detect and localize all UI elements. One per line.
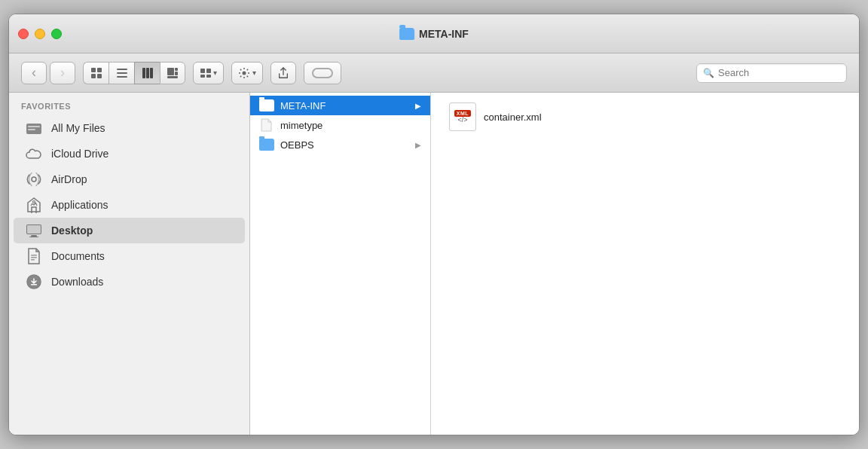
svg-rect-2 xyxy=(91,74,96,78)
column-item-container-xml[interactable]: XML </> container.xml xyxy=(443,99,847,135)
svg-point-23 xyxy=(33,201,35,203)
content-area: META-INF ▶ mimetype xyxy=(250,93,859,435)
search-icon: 🔍 xyxy=(703,68,714,78)
oebps-folder-icon xyxy=(259,139,274,151)
sidebar: Favorites All My Files xyxy=(9,93,250,435)
main-content: Favorites All My Files xyxy=(9,93,859,435)
search-input[interactable] xyxy=(718,67,840,78)
close-button[interactable] xyxy=(18,29,29,39)
column-item-meta-inf[interactable]: META-INF ▶ xyxy=(250,96,430,115)
xml-file-icon: XML </> xyxy=(449,102,476,131)
gear-icon xyxy=(238,67,250,79)
svg-rect-28 xyxy=(31,255,37,256)
list-view-button[interactable] xyxy=(108,62,134,84)
meta-inf-folder-icon xyxy=(259,99,274,111)
sidebar-item-icloud-drive[interactable]: iCloud Drive xyxy=(14,141,245,166)
sidebar-item-all-my-files[interactable]: All My Files xyxy=(14,115,245,141)
tag-button[interactable] xyxy=(304,62,341,84)
svg-rect-16 xyxy=(200,75,205,78)
first-column: META-INF ▶ mimetype xyxy=(250,93,431,435)
icloud-drive-icon xyxy=(26,145,42,162)
svg-rect-21 xyxy=(28,129,35,130)
minimize-button[interactable] xyxy=(35,29,45,39)
second-column: XML </> container.xml xyxy=(431,93,859,435)
svg-rect-6 xyxy=(117,76,127,78)
column-item-mimetype[interactable]: mimetype xyxy=(250,115,430,135)
svg-rect-0 xyxy=(91,68,96,72)
chevron-down-icon: ▾ xyxy=(213,69,217,77)
sidebar-item-documents[interactable]: Documents xyxy=(14,243,245,269)
sidebar-item-label: Documents xyxy=(51,250,105,262)
maximize-button[interactable] xyxy=(51,29,62,39)
sidebar-item-desktop[interactable]: Desktop xyxy=(14,218,245,243)
svg-rect-25 xyxy=(27,225,41,234)
sidebar-item-applications[interactable]: Applications xyxy=(14,192,245,218)
title-text: META-INF xyxy=(419,28,469,40)
svg-rect-14 xyxy=(200,69,205,73)
share-button[interactable] xyxy=(270,62,296,84)
oebps-label: OEBPS xyxy=(280,139,409,151)
airdrop-icon xyxy=(26,171,42,188)
gallery-view-button[interactable] xyxy=(160,62,185,84)
svg-rect-4 xyxy=(117,69,127,70)
svg-rect-8 xyxy=(146,68,149,78)
svg-rect-12 xyxy=(175,72,178,75)
meta-inf-label: META-INF xyxy=(280,100,409,111)
sidebar-item-label: Applications xyxy=(51,199,108,211)
svg-rect-3 xyxy=(97,74,102,78)
traffic-lights xyxy=(18,29,62,39)
column-item-oebps[interactable]: OEBPS ▶ xyxy=(250,135,430,154)
svg-rect-15 xyxy=(206,69,211,73)
nav-buttons: ‹ › xyxy=(21,62,75,84)
sidebar-item-label: iCloud Drive xyxy=(51,148,108,160)
share-icon xyxy=(278,67,289,79)
back-button[interactable]: ‹ xyxy=(21,62,47,84)
sidebar-item-label: Desktop xyxy=(51,225,93,237)
svg-rect-1 xyxy=(97,68,102,72)
gear-chevron-icon: ▾ xyxy=(252,69,256,77)
titlebar: META-INF xyxy=(9,14,859,53)
icon-view-button[interactable] xyxy=(83,62,108,84)
desktop-icon xyxy=(26,222,42,239)
svg-rect-20 xyxy=(28,126,40,127)
xml-code-icon: </> xyxy=(457,117,467,124)
sidebar-item-label: AirDrop xyxy=(51,173,87,185)
window-title: META-INF xyxy=(399,28,469,40)
svg-rect-11 xyxy=(175,68,178,71)
sidebar-item-label: All My Files xyxy=(51,122,105,134)
list-icon xyxy=(116,67,128,79)
forward-icon: › xyxy=(60,65,65,81)
forward-button[interactable]: › xyxy=(50,62,75,84)
sidebar-item-airdrop[interactable]: AirDrop xyxy=(14,166,245,192)
oebps-arrow-icon: ▶ xyxy=(415,141,421,149)
view-buttons xyxy=(83,62,185,84)
svg-rect-17 xyxy=(206,75,211,78)
all-my-files-icon xyxy=(26,120,42,136)
container-xml-label: container.xml xyxy=(484,111,542,123)
meta-inf-arrow-icon: ▶ xyxy=(415,102,421,110)
title-folder-icon xyxy=(399,28,414,40)
arrange-button[interactable]: ▾ xyxy=(193,62,224,84)
sidebar-item-downloads[interactable]: Downloads xyxy=(14,269,245,295)
applications-icon xyxy=(26,197,42,213)
search-box[interactable]: 🔍 xyxy=(696,63,847,83)
documents-icon xyxy=(26,248,42,264)
svg-point-22 xyxy=(32,177,36,182)
back-icon: ‹ xyxy=(32,65,36,81)
mimetype-label: mimetype xyxy=(280,120,421,131)
svg-rect-13 xyxy=(167,76,178,78)
toolbar: ‹ › xyxy=(9,53,859,93)
svg-rect-9 xyxy=(150,68,153,78)
svg-rect-5 xyxy=(117,72,127,74)
svg-rect-33 xyxy=(31,284,37,286)
downloads-icon xyxy=(26,273,42,290)
tag-icon xyxy=(312,68,333,78)
grid-icon xyxy=(90,67,102,79)
columns-icon xyxy=(142,67,154,79)
mimetype-file-icon xyxy=(259,119,274,131)
action-button[interactable]: ▾ xyxy=(231,62,263,84)
column-view-button[interactable] xyxy=(134,62,160,84)
gallery-icon xyxy=(167,67,179,79)
finder-window: META-INF ‹ › xyxy=(8,14,860,435)
svg-rect-7 xyxy=(142,68,145,78)
